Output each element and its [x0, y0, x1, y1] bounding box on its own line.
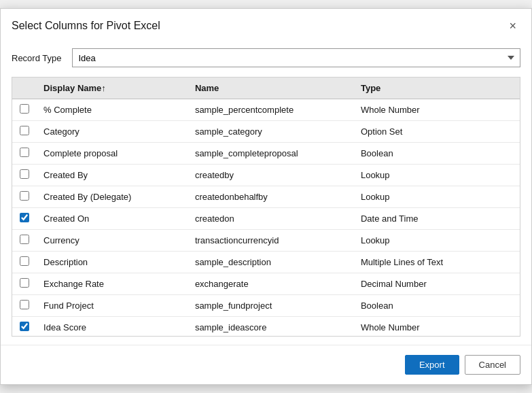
row-name: createdon [188, 208, 354, 230]
col-name[interactable]: Name [188, 78, 354, 99]
row-checkbox-cell [12, 230, 37, 252]
row-checkbox-cell [12, 143, 37, 165]
table-row: Created BycreatedbyLookup [12, 165, 520, 186]
table-row: Descriptionsample_descriptionMultiple Li… [12, 252, 520, 273]
table-row: Exchange RateexchangerateDecimal Number [12, 273, 520, 295]
row-display-name: Created By (Delegate) [37, 186, 188, 208]
row-type: Lookup [354, 165, 520, 186]
row-checkbox[interactable] [20, 235, 29, 244]
row-display-name: Created On [37, 208, 188, 230]
table-row: % Completesample_percentcompleteWhole Nu… [12, 99, 520, 121]
table-row: Idea Scoresample_ideascoreWhole Number [12, 317, 520, 337]
row-name: sample_category [188, 121, 354, 143]
table-row: Fund Projectsample_fundprojectBoolean [12, 295, 520, 317]
cancel-button[interactable]: Cancel [465, 355, 520, 375]
row-type: Boolean [354, 295, 520, 317]
row-type: Whole Number [354, 317, 520, 337]
close-button[interactable]: × [505, 18, 520, 33]
row-checkbox-cell [12, 317, 37, 337]
row-checkbox[interactable] [20, 322, 29, 331]
row-name: sample_ideascore [188, 317, 354, 337]
row-checkbox-cell [12, 208, 37, 230]
row-checkbox[interactable] [20, 126, 29, 135]
row-type: Boolean [354, 143, 520, 165]
dialog-title: Select Columns for Pivot Excel [12, 20, 160, 32]
record-type-select[interactable]: Idea [72, 48, 520, 67]
export-button[interactable]: Export [405, 355, 459, 375]
row-display-name: Description [37, 252, 188, 273]
col-checkbox [12, 78, 37, 99]
row-name: sample_completeproposal [188, 143, 354, 165]
row-name: createdonbehalfby [188, 186, 354, 208]
col-display-name[interactable]: Display Name↑ [37, 78, 188, 99]
row-display-name: % Complete [37, 99, 188, 121]
row-display-name: Fund Project [37, 295, 188, 317]
columns-table: Display Name↑ Name Type % Completesample… [12, 78, 520, 336]
row-type: Whole Number [354, 99, 520, 121]
row-checkbox[interactable] [20, 256, 29, 266]
record-type-label: Record Type [12, 53, 61, 63]
row-type: Lookup [354, 230, 520, 252]
row-display-name: Currency [37, 230, 188, 252]
row-checkbox-cell [12, 295, 37, 317]
row-checkbox-cell [12, 165, 37, 186]
row-checkbox-cell [12, 252, 37, 273]
row-checkbox-cell [12, 121, 37, 143]
row-checkbox[interactable] [20, 278, 29, 288]
row-display-name: Exchange Rate [37, 273, 188, 295]
row-display-name: Created By [37, 165, 188, 186]
row-checkbox[interactable] [20, 213, 29, 222]
row-checkbox[interactable] [20, 104, 29, 114]
row-name: transactioncurrencyid [188, 230, 354, 252]
dialog-footer: Export Cancel [1, 345, 531, 384]
row-display-name: Idea Score [37, 317, 188, 337]
row-display-name: Complete proposal [37, 143, 188, 165]
table-row: Created By (Delegate)createdonbehalfbyLo… [12, 186, 520, 208]
row-type: Decimal Number [354, 273, 520, 295]
row-type: Lookup [354, 186, 520, 208]
table-scroll[interactable]: Display Name↑ Name Type % Completesample… [12, 78, 520, 336]
table-body: % Completesample_percentcompleteWhole Nu… [12, 99, 520, 337]
row-name: sample_description [188, 252, 354, 273]
dialog-body: Record Type Idea Display Name↑ Name Type [1, 40, 531, 337]
row-checkbox[interactable] [20, 169, 29, 179]
row-name: sample_percentcomplete [188, 99, 354, 121]
table-row: Categorysample_categoryOption Set [12, 121, 520, 143]
col-type[interactable]: Type [354, 78, 520, 99]
row-type: Option Set [354, 121, 520, 143]
table-row: Created OncreatedonDate and Time [12, 208, 520, 230]
row-checkbox[interactable] [20, 300, 29, 309]
table-container: Display Name↑ Name Type % Completesample… [12, 77, 520, 337]
dialog-titlebar: Select Columns for Pivot Excel × [1, 9, 531, 40]
dialog: Select Columns for Pivot Excel × Record … [0, 8, 532, 385]
row-checkbox[interactable] [20, 148, 29, 157]
record-type-row: Record Type Idea [12, 48, 520, 67]
row-type: Date and Time [354, 208, 520, 230]
row-name: createdby [188, 165, 354, 186]
row-type: Multiple Lines of Text [354, 252, 520, 273]
row-checkbox-cell [12, 99, 37, 121]
table-row: Complete proposalsample_completeproposal… [12, 143, 520, 165]
table-row: CurrencytransactioncurrencyidLookup [12, 230, 520, 252]
row-checkbox[interactable] [20, 191, 29, 201]
row-name: sample_fundproject [188, 295, 354, 317]
row-name: exchangerate [188, 273, 354, 295]
table-header: Display Name↑ Name Type [12, 78, 520, 99]
row-checkbox-cell [12, 273, 37, 295]
row-checkbox-cell [12, 186, 37, 208]
row-display-name: Category [37, 121, 188, 143]
